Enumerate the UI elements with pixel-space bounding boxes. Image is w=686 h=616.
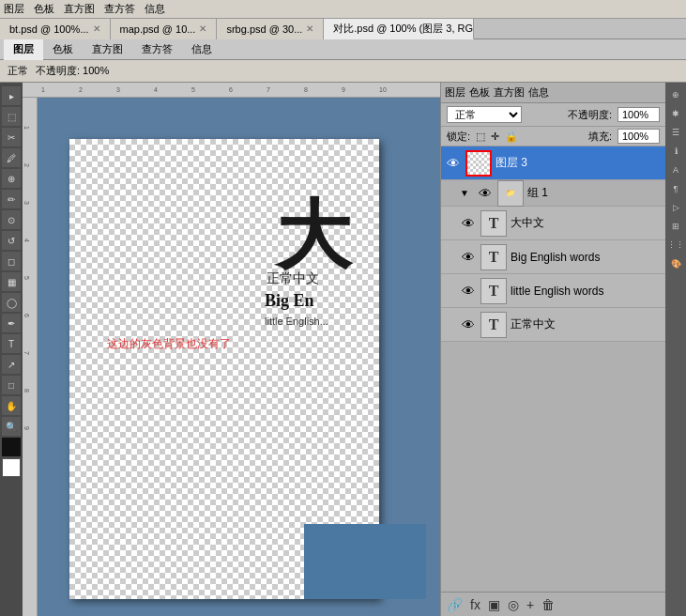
tool-hand[interactable]: ✋ [2,396,21,415]
layer-name-group1: 组 1 [527,185,662,201]
lock-row: 锁定: ⬚ ✛ 🔒 填充: [441,127,665,146]
right-icon-color[interactable]: 色板 [469,85,490,100]
opacity-label: 不透明度: 100% [36,64,109,78]
tab-bt[interactable]: bt.psd @ 100%... ✕ [0,19,111,39]
opt-layers[interactable]: 图层 [4,39,43,60]
menu-info2[interactable]: 查方答 [104,2,135,16]
close-tab-map[interactable]: ✕ [199,23,206,34]
far-right-btn-8[interactable]: ⊞ [667,218,684,235]
layers-spacer [441,342,665,592]
tab-srbg[interactable]: srbg.psd @ 30... ✕ [217,19,324,39]
lock-move-icon[interactable]: ✛ [491,131,499,143]
tab-map[interactable]: map.psd @ 10... ✕ [111,19,218,39]
tool-lasso[interactable]: ⬚ [2,107,21,126]
layer-vis-layer3[interactable]: 👁 [445,155,462,172]
layer-item-group1[interactable]: ▼ 👁 📁 组 1 [441,180,665,207]
tool-eraser[interactable]: ◻ [2,252,21,270]
far-right-btn-2[interactable]: ✱ [667,105,684,122]
tool-gradient[interactable]: ▦ [2,272,21,291]
canvas-content: 大 正常中文 Big En little English... 这边的灰色背景也… [69,139,379,599]
canvas-document: 大 正常中文 Big En little English... 这边的灰色背景也… [69,139,379,599]
layer-mask-btn[interactable]: ▣ [488,597,500,612]
far-right-btn-5[interactable]: A [667,162,684,178]
tool-path[interactable]: ↗ [2,355,21,374]
tab-bar: bt.psd @ 100%... ✕ map.psd @ 10... ✕ srb… [0,19,686,39]
layer-thumb-normal-zh: T [480,312,507,338]
menu-histogram[interactable]: 直方图 [64,2,95,16]
layer-vis-da-zh[interactable]: 👁 [460,215,477,232]
layer-name-big-en: Big English words [511,251,662,264]
canvas-area: 1 2 3 4 5 6 7 8 9 10 1 2 3 4 5 6 7 8 9 [23,83,440,616]
tool-select[interactable]: ▸ [2,86,21,105]
close-tab-bt[interactable]: ✕ [93,23,100,34]
right-icon-info[interactable]: 信息 [528,85,549,100]
tool-fg-color[interactable] [2,438,21,456]
far-right-btn-7[interactable]: ▷ [667,199,684,216]
layer-thumb-layer3: ⬚ [465,150,492,177]
tool-clone[interactable]: ⊙ [2,210,21,229]
tool-text[interactable]: T [2,334,21,353]
layer-item-little-en[interactable]: 👁 T little English words [441,274,665,308]
tool-zoom[interactable]: 🔍 [2,417,21,436]
options-bar: 正常 不透明度: 100% [0,60,686,83]
menu-info[interactable]: 信息 [145,2,165,16]
far-right-btn-3[interactable]: ☰ [667,124,684,141]
tool-heal[interactable]: ⊕ [2,169,21,188]
far-right-btn-4[interactable]: ℹ [667,143,684,160]
layer-vis-normal-zh[interactable]: 👁 [460,316,477,333]
tool-dodge[interactable]: ◯ [2,293,21,312]
opacity-label: 不透明度: [568,108,612,122]
tool-brush[interactable]: ✏ [2,190,21,208]
far-right-btn-6[interactable]: ¶ [667,180,684,197]
opt-histogram[interactable]: 直方图 [83,39,132,60]
layers-panel: 正常 溶解 正片叠底 不透明度: 锁定: ⬚ ✛ 🔒 填充: 👁 [441,103,665,616]
opt-info[interactable]: 信息 [182,39,221,60]
tool-eyedrop[interactable]: 🖉 [2,148,21,167]
opt-query[interactable]: 查方答 [132,39,182,60]
lock-all-icon[interactable]: 🔒 [505,131,518,143]
opt-color[interactable]: 色板 [43,39,83,60]
options-bar2: 图层 色板 直方图 查方答 信息 [0,39,686,60]
layer-thumb-little-en: T [480,278,507,304]
ruler-horizontal: 1 2 3 4 5 6 7 8 9 10 [23,83,440,98]
layer-delete-btn[interactable]: 🗑 [541,597,555,612]
expand-group-icon[interactable]: ▼ [460,188,469,198]
right-icon-layers[interactable]: 图层 [445,85,465,100]
layer-vis-group1[interactable]: 👁 [477,185,494,202]
far-right-btn-10[interactable]: 🎨 [667,255,684,272]
layer-thumb-group1: 📁 [497,180,524,207]
lock-pixels-icon[interactable]: ⬚ [476,131,485,143]
tab-contrast[interactable]: 对比.psd @ 100% (图层 3, RGB/8) * ✕ [324,19,474,39]
left-toolbar: ▸ ⬚ ✂ 🖉 ⊕ ✏ ⊙ ↺ ◻ ▦ ◯ ✒ T ↗ □ ✋ 🔍 [0,83,23,616]
layer-fx-btn[interactable]: fx [470,597,480,612]
layer-link-btn[interactable]: 🔗 [447,597,463,612]
right-icon-histogram[interactable]: 直方图 [494,85,525,100]
layer-vis-big-en[interactable]: 👁 [460,249,477,266]
layer-item-big-en[interactable]: 👁 T Big English words [441,240,665,274]
layer-item-normal-zh[interactable]: 👁 T 正常中文 [441,308,665,342]
far-right-btn-9[interactable]: ⋮⋮ [667,237,684,254]
tool-crop[interactable]: ✂ [2,128,21,146]
canvas-text-normal-zh: 正常中文 [267,270,319,287]
layer-new-btn[interactable]: + [526,597,534,612]
layer-adj-btn[interactable]: ◎ [508,597,519,612]
tool-bg-color[interactable] [2,458,21,477]
fill-label: 填充: [588,130,612,144]
layer-vis-little-en[interactable]: 👁 [460,283,477,300]
layer-item-da-zh[interactable]: 👁 T 大中文 [441,207,665,240]
right-panel: 图层 色板 直方图 信息 正常 溶解 正片叠底 不透明度: 锁定: ⬚ ✛ [440,83,665,616]
menu-swatches[interactable]: 色板 [34,2,54,16]
opacity-input[interactable] [617,107,660,122]
menu-layers[interactable]: 图层 [4,2,24,16]
lock-label: 锁定: [447,130,470,144]
blend-mode-select[interactable]: 正常 溶解 正片叠底 [447,106,522,123]
tool-pen[interactable]: ✒ [2,314,21,332]
canvas-text-red-annotation: 这边的灰色背景也没有了 [107,336,231,352]
tool-history[interactable]: ↺ [2,231,21,250]
fill-input[interactable] [617,129,660,144]
layer-item-layer3[interactable]: 👁 ⬚ 图层 3 [441,146,665,180]
tool-shape[interactable]: □ [2,376,21,394]
close-tab-srbg[interactable]: ✕ [306,23,313,34]
normal-mode-label: 正常 [8,64,28,78]
far-right-btn-1[interactable]: ⊕ [667,86,684,103]
